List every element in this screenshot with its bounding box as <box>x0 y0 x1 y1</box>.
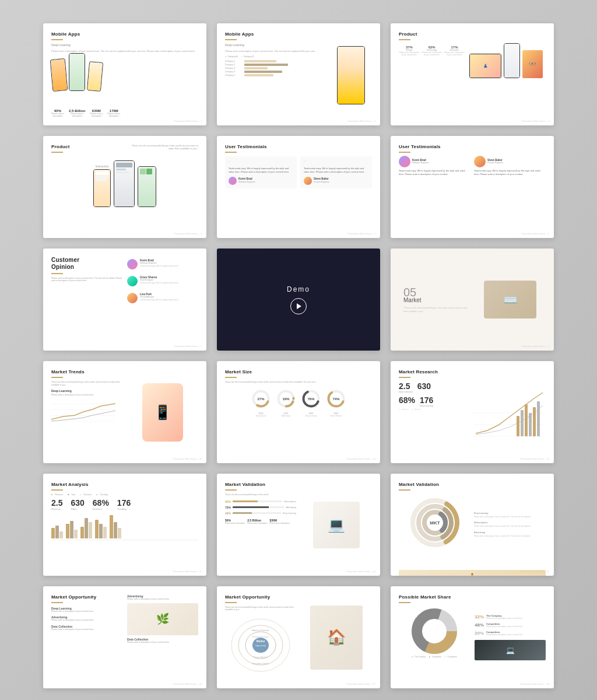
slide-10-subtitle: Deep Learning <box>51 389 122 393</box>
slide-2-phone-area <box>331 43 372 107</box>
slide-15-radial: MKT <box>399 496 470 549</box>
testimonial-6-2: Steve Baker Product Engineer Testimonial… <box>474 156 546 176</box>
phone-1 <box>50 58 68 91</box>
phone-2 <box>69 53 85 91</box>
product-img: 👓 <box>522 50 543 78</box>
bar-fill-1 <box>244 60 276 62</box>
share-stat-3: 20% Competitors Please write a descripti… <box>475 631 546 636</box>
person-6-1-role: Software Engineer <box>412 162 429 164</box>
slide-14-accent <box>225 489 237 491</box>
validation-item-2: 70% Advertising <box>225 506 296 509</box>
validation-stat-3: $30M Please write a description <box>269 519 289 524</box>
slide-17-num: Presentation Slide Theme — 17 <box>346 683 375 685</box>
slide-2-phone <box>337 46 365 104</box>
slide-2: Mobile Apps Deep Learning Please write a… <box>217 23 380 125</box>
slide-17: Market Opportunity These are the most be… <box>217 586 380 688</box>
person-6-1-info: Kevin Brad Software Engineer <box>412 159 429 164</box>
opinion-2-content: Grace Sharon Head Designer Testimonial c… <box>140 276 180 284</box>
col-bar-5a <box>110 515 113 538</box>
testimonial-1: " Testimonial copy. We're hugely impress… <box>225 156 297 188</box>
bar-row-2: Category 2 <box>225 64 326 66</box>
slide-14-items: 50% Subscriptions 70% Advertising <box>225 500 296 515</box>
slide-13: Market Analysis ■ Revenue ■ Year ■ Direc… <box>43 474 206 576</box>
testimonial-6-2-text: Testimonial copy. We're hugely impressed… <box>474 169 546 176</box>
stat-2: 2.5 Billion Please write adescription <box>69 109 85 117</box>
slide-15-left: Market Validation MKT <box>399 482 470 568</box>
col-bar-4b <box>99 524 103 538</box>
avatar-1 <box>229 177 237 185</box>
stat-4-label: Please write adescription <box>107 113 120 117</box>
svg-rect-23 <box>517 416 519 436</box>
slide-1: Mobile Apps Deep Learning Please write a… <box>43 23 206 125</box>
col-bar-4a <box>95 520 99 538</box>
slide-18-title: Possible Market Share <box>399 594 470 600</box>
svg-text:MKT: MKT <box>430 520 440 526</box>
tablet-1: 👗 <box>469 54 501 78</box>
slide-4-quote: "These are the most beautiful things in … <box>128 144 198 150</box>
stat-37: 37% Design Please write a description of… <box>399 46 420 56</box>
svg-text:Target Market: Target Market <box>254 656 268 659</box>
bar-label-1: Category 1 <box>225 60 243 62</box>
stat-62: 62% Technology Please write a descriptio… <box>422 46 443 56</box>
slide-14: Market Validation These are the most bea… <box>217 474 380 576</box>
svg-rect-28 <box>537 401 540 436</box>
phone-screen-3 <box>87 62 103 91</box>
slide-17-right: 🏠 <box>301 594 372 680</box>
bar-fill-2 <box>244 64 288 66</box>
slide-3: Product 37% Design Please write a descri… <box>391 23 554 125</box>
analysis-label-4: Trending <box>117 508 131 510</box>
svg-text:Cat 2: Cat 2 <box>66 422 72 422</box>
col-bar-3c <box>89 522 92 538</box>
opinion-2-text: Testimonial copy. We're hugely impressed… <box>140 282 180 284</box>
slide-18-legend-colors: ■The Company ■Competition ■Competitors <box>399 656 470 658</box>
slide-18-left: Possible Market Share ■The Company <box>399 594 470 680</box>
donut-svg-2: 19% <box>276 388 296 409</box>
donut-svg-1: 27% <box>251 388 271 409</box>
quote-2-text: Testimonial copy. We're hugely impressed… <box>304 167 368 174</box>
bar-fill-4 <box>244 71 282 73</box>
slide-1-stats: 90% Please write adescription 2.5 Billio… <box>51 109 120 117</box>
svg-text:Cat 1: Cat 1 <box>51 422 57 422</box>
slide-2-chart: Category 1 Category 2 Category 3 Categor… <box>225 60 326 76</box>
opinion-3-content: Lisa Park Group Manager Testimonial copy… <box>140 293 180 301</box>
quote-1-text: Testimonial copy. We're hugely impressed… <box>229 167 293 174</box>
research-stat-3: 68% <box>399 396 415 407</box>
slide-1-title: Mobile Apps <box>51 32 198 37</box>
slide-16-accent <box>51 602 63 603</box>
slide-5: User Testimonials " Testimonial copy. We… <box>217 136 380 238</box>
slide-4-num: Presentation Slide Theme — 4 <box>174 233 202 235</box>
slide-4-top: Product "These are the most beautiful th… <box>51 144 198 156</box>
slide-18-accent <box>399 602 410 603</box>
slide-9-right: ⌨️ <box>475 281 546 318</box>
slide-4: Product "These are the most beautiful th… <box>43 136 206 238</box>
slide-2-left: Deep Learning Please write a description… <box>225 43 326 107</box>
bar-label-5: Category 5 <box>225 74 243 76</box>
slide-16-content: Market Opportunity Deep Learning Please … <box>51 594 198 680</box>
phone-left <box>93 169 111 207</box>
col-bar-1b <box>55 526 59 538</box>
bar-row-1: Category 1 <box>225 60 326 62</box>
phone-center-screen <box>114 161 134 206</box>
bar-label-4: Category 4 <box>225 71 243 73</box>
analysis-label-1: Revenue <box>51 508 62 510</box>
slide-2-text: Please write a description of your conte… <box>225 50 326 53</box>
slide-12-stats-2: 68% 176 Deep Learning <box>399 396 469 407</box>
opinion-3-role: Group Manager <box>140 296 180 298</box>
slide-2-title: Mobile Apps <box>225 32 372 37</box>
slide-2-phone-screen <box>338 47 364 104</box>
slide-15: Market Validation MKT <box>391 474 554 576</box>
analysis-stat-1: 2.5 Revenue <box>51 498 62 510</box>
phone-group-right <box>138 166 156 207</box>
slide-3-content: 37% Design Please write a description of… <box>399 43 546 78</box>
svg-text:Cat 3: Cat 3 <box>82 422 87 422</box>
slide-17-text: These are the most beautiful things in t… <box>225 606 296 612</box>
slide-17-left: Market Opportunity These are the most be… <box>225 594 296 680</box>
share-stat-1: 32% The Company Please write a descripti… <box>475 614 546 620</box>
slide-5-accent <box>225 152 237 153</box>
slide-10: Market Trends These are the most beautif… <box>43 361 206 463</box>
product-phone <box>504 43 520 78</box>
stat-2-label: Please write adescription <box>69 113 85 117</box>
slide-4-phones: Interactive <box>51 160 198 207</box>
svg-rect-24 <box>521 410 524 436</box>
slide-6-num: Presentation Slide Theme — 6 <box>521 233 549 235</box>
